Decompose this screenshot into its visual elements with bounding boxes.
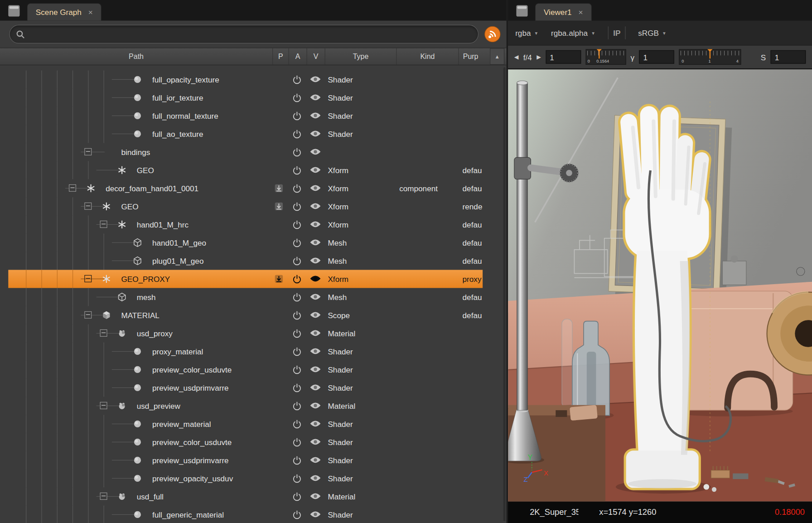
prev-icon[interactable]: ◀ [514,53,519,60]
node-name[interactable]: MATERIAL [121,306,159,324]
eye-icon[interactable] [309,311,321,319]
tree-row[interactable]: meshMeshdefau [0,288,507,306]
gain-slider[interactable]: 0 0.1564 [585,49,626,65]
node-name[interactable]: decor_foam_hand01_0001 [106,179,198,197]
tree-row[interactable]: usd_proxyMaterial [0,324,507,342]
eye-icon[interactable] [309,420,321,427]
gamma-value-field[interactable]: 1 [639,50,674,64]
tree-row[interactable]: GEO_PROXYXformproxy [0,270,507,288]
power-icon[interactable] [292,238,302,248]
tree-row[interactable]: GEOXformrende [0,197,507,215]
power-icon[interactable] [292,220,302,230]
load-state-icon[interactable] [274,202,284,212]
next-icon[interactable]: ▶ [536,53,541,60]
power-icon[interactable] [292,329,302,339]
tab-scene-graph[interactable]: Scene Graph × [27,3,102,21]
eye-icon[interactable] [309,257,321,264]
tree-row[interactable]: preview_usdprimvarreShader [0,378,507,397]
column-p[interactable]: P [272,48,288,65]
eye-icon[interactable] [309,203,321,210]
channel-dropdown[interactable]: rgba ▾ [515,29,537,37]
node-name[interactable]: hand01_M_geo [152,233,206,252]
tree-row[interactable]: hand01_M_hrcXformdefau [0,215,507,233]
power-icon[interactable] [292,75,302,85]
gain-value-field[interactable]: 1 [546,50,581,64]
expander-minus-icon[interactable] [84,311,92,319]
sort-up-icon[interactable]: ▲ [490,48,504,65]
power-icon[interactable] [292,401,302,411]
column-v[interactable]: V [307,48,325,65]
tree-row[interactable]: hand01_M_geoMeshdefau [0,233,507,252]
power-icon[interactable] [292,437,302,447]
eye-icon[interactable] [309,402,321,409]
power-icon[interactable] [292,419,302,429]
power-icon[interactable] [292,256,302,266]
node-name[interactable]: GEO [121,197,138,215]
node-name[interactable]: preview_opacity_usduv [152,469,233,487]
eye-icon[interactable] [309,239,321,246]
expander-minus-icon[interactable] [84,275,92,282]
tree-row[interactable]: bindings [0,143,507,161]
colorspace-dropdown[interactable]: sRGB ▾ [638,29,666,37]
eye-icon[interactable] [309,94,321,101]
close-icon[interactable]: × [578,8,583,16]
power-icon[interactable] [292,510,302,520]
node-name[interactable]: usd_proxy [137,324,173,342]
tree-row[interactable]: preview_materialShader [0,415,507,433]
tree-row[interactable]: preview_color_usduvteShader [0,360,507,378]
eye-icon[interactable] [309,184,321,192]
tree-row[interactable]: GEOXformdefau [0,161,507,179]
expander-minus-icon[interactable] [84,148,92,155]
node-name[interactable]: hand01_M_hrc [137,215,188,233]
column-a[interactable]: A [289,48,307,65]
power-icon[interactable] [292,129,302,139]
tree-row[interactable]: full_ao_textureShader [0,125,507,143]
tree-row[interactable]: preview_opacity_usduvShader [0,469,507,487]
expander-minus-icon[interactable] [100,493,107,500]
column-path[interactable]: Path [0,48,272,65]
viewer-3d-scene[interactable]: Y X Z [508,69,812,501]
tree-row[interactable]: decor_foam_hand01_0001Xformcomponentdefa… [0,179,507,197]
search-input[interactable] [29,30,472,39]
node-name[interactable]: GEO_PROXY [121,270,170,288]
search-field[interactable] [10,25,478,44]
node-name[interactable]: usd_full [137,487,164,505]
eye-icon[interactable] [309,76,321,83]
column-type[interactable]: Type [325,48,396,65]
tree-row[interactable]: MATERIALScopedefau [0,306,507,324]
gamma-slider-handle[interactable] [710,50,710,58]
node-name[interactable]: preview_color_usduvte [152,433,232,451]
node-name[interactable]: plug01_M_geo [152,252,203,270]
power-icon[interactable] [292,455,302,465]
fstop-label[interactable]: f/4 [523,53,532,61]
power-icon[interactable] [292,165,302,175]
power-icon[interactable] [292,347,302,357]
node-name[interactable]: full_ior_texture [152,88,203,107]
s-value-field[interactable]: 1 [771,50,806,64]
close-icon[interactable]: × [88,8,93,16]
node-name[interactable]: full_generic_material [152,505,224,523]
power-icon[interactable] [292,184,302,194]
power-icon[interactable] [292,474,302,484]
eye-icon[interactable] [309,384,321,391]
node-name[interactable]: bindings [121,143,150,161]
eye-icon[interactable] [309,293,321,300]
eye-icon[interactable] [309,329,321,337]
panel-menu-icon[interactable] [8,5,19,16]
expander-minus-icon[interactable] [84,203,92,210]
gain-slider-handle[interactable] [599,50,599,58]
power-icon[interactable] [292,274,302,284]
eye-icon[interactable] [309,112,321,119]
eye-icon[interactable] [309,366,321,373]
tree-row[interactable]: proxy_materialShader [0,342,507,360]
column-purpose[interactable]: Purp [458,48,488,65]
node-name[interactable]: preview_usdprimvarre [152,378,229,397]
eye-icon[interactable] [309,348,321,355]
tree-row[interactable]: preview_usdprimvarreShader [0,451,507,469]
eye-icon[interactable] [309,456,321,464]
load-state-icon[interactable] [274,274,284,284]
tree-row[interactable]: full_opacity_textureShader [0,70,507,88]
ip-toggle-button[interactable]: IP [608,26,626,39]
eye-icon[interactable] [309,221,321,228]
eye-icon[interactable] [309,493,321,500]
